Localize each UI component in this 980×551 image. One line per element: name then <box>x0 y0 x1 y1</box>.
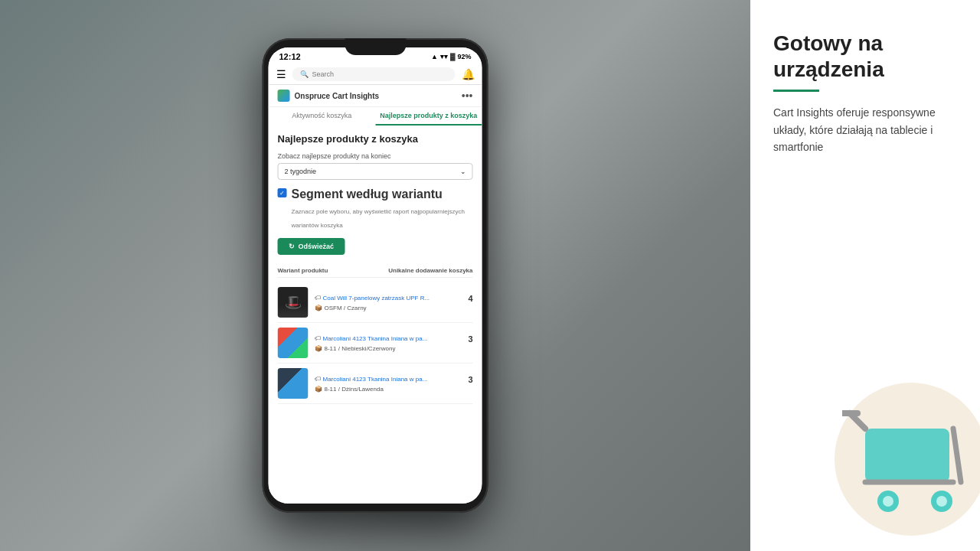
product-variant-2: 8-11 / Niebieski/Czerwony <box>325 345 396 352</box>
search-placeholder: Search <box>312 70 335 78</box>
product-variant-row-1: 📦 OSFM / Czarny <box>315 305 473 311</box>
phone-screen: 12:12 ▲ ▾▾ ▓ 92% ☰ 🔍 Search 🔔 <box>269 47 482 504</box>
product-link-2[interactable]: Marcoliani 4123 Tkanina Iniana w pa... <box>323 335 466 342</box>
product-name-row-2: 🏷 Marcoliani 4123 Tkanina Iniana w pa...… <box>315 334 473 344</box>
cart-illustration <box>819 367 980 536</box>
tab-activity[interactable]: Aktywność koszyka <box>269 107 376 126</box>
table-row: 🏷 Marcoliani 4123 Tkanina Iniana w pa...… <box>278 364 473 404</box>
checkbox-row: ✓ Segment według wariantu Zaznacz pole w… <box>278 187 473 230</box>
dots-menu[interactable]: ••• <box>462 90 473 102</box>
cart-svg <box>842 406 980 528</box>
signal-icon: ▲ <box>431 53 438 60</box>
search-bar[interactable]: 🔍 Search <box>292 67 456 81</box>
app-title-row: Onspruce Cart Insights <box>278 90 380 102</box>
app-header: Onspruce Cart Insights ••• <box>269 85 482 107</box>
blue-img <box>278 368 309 399</box>
product-count-1: 4 <box>468 294 472 303</box>
page-title: Najlepsze produkty z koszyka <box>278 133 473 145</box>
product-variant-3: 8-11 / Dżins/Lawenda <box>325 386 384 393</box>
right-title: Gotowy na urządzenia <box>773 31 957 82</box>
status-time: 12:12 <box>279 52 301 61</box>
tabs: Aktywność koszyka Najlepsze produkty z k… <box>269 107 482 126</box>
bell-icon[interactable]: 🔔 <box>462 68 475 80</box>
product-image-2 <box>278 328 309 358</box>
product-name-row-1: 🏷 Coal Will 7-panelowy zatrzask UPF R...… <box>315 294 473 303</box>
top-bar: ☰ 🔍 Search 🔔 <box>269 64 482 85</box>
tag-icon-3: 🏷 <box>315 376 321 383</box>
right-divider <box>773 90 819 92</box>
filter-value: 2 tygodnie <box>285 168 317 175</box>
box-icon-2: 📦 <box>315 345 322 352</box>
app-title: Onspruce Cart Insights <box>295 92 380 100</box>
app-icon <box>278 90 290 102</box>
col-product: Wariant produktu <box>278 267 328 274</box>
product-name-row-3: 🏷 Marcoliani 4123 Tkanina Iniana w pa...… <box>315 375 473 384</box>
filter-dropdown[interactable]: 2 tygodnie ⌄ <box>278 163 473 180</box>
battery-pct: 92% <box>457 53 471 60</box>
right-description: Cart Insights oferuje responsywne układy… <box>773 104 957 155</box>
phone-frame: 12:12 ▲ ▾▾ ▓ 92% ☰ 🔍 Search 🔔 <box>263 38 488 513</box>
search-icon: 🔍 <box>300 70 309 78</box>
table-row: 🎩 🏷 Coal Will 7-panelowy zatrzask UPF R.… <box>278 282 473 323</box>
product-image-1: 🎩 <box>278 287 309 318</box>
phone-notch <box>345 38 406 55</box>
product-variant-row-3: 📦 8-11 / Dżins/Lawenda <box>315 386 473 393</box>
table-header: Wariant produktu Unikalne dodawanie kosz… <box>278 264 473 278</box>
box-icon-1: 📦 <box>315 305 322 311</box>
chevron-down-icon: ⌄ <box>460 168 466 175</box>
svg-line-4 <box>953 429 961 482</box>
wifi-icon: ▾▾ <box>440 53 448 60</box>
battery-icon: ▓ <box>450 53 456 60</box>
stripe-img <box>278 328 309 358</box>
refresh-button[interactable]: ↻ Odświeżać <box>278 238 345 255</box>
box-icon-3: 📦 <box>315 386 322 393</box>
product-image-3 <box>278 368 309 399</box>
product-info-3: 🏷 Marcoliani 4123 Tkanina Iniana w pa...… <box>315 375 473 393</box>
tag-icon-1: 🏷 <box>315 295 321 302</box>
product-link-1[interactable]: Coal Will 7-panelowy zatrzask UPF R... <box>323 295 466 302</box>
status-icons: ▲ ▾▾ ▓ 92% <box>431 53 472 60</box>
refresh-icon: ↻ <box>289 243 295 250</box>
checkbox-label: Segment według wariantu <box>292 187 473 201</box>
product-info-1: 🏷 Coal Will 7-panelowy zatrzask UPF R...… <box>315 294 473 311</box>
product-count-2: 3 <box>468 334 472 344</box>
product-info-2: 🏷 Marcoliani 4123 Tkanina Iniana w pa...… <box>315 334 473 352</box>
col-unique: Unikalne dodawanie koszyka <box>388 267 472 274</box>
left-area: 12:12 ▲ ▾▾ ▓ 92% ☰ 🔍 Search 🔔 <box>0 0 750 551</box>
checkbox-text-block: Segment według wariantu Zaznacz pole wyb… <box>292 187 473 230</box>
product-variant-1: OSFM / Czarny <box>325 305 367 311</box>
refresh-label: Odświeżać <box>299 243 335 250</box>
product-variant-row-2: 📦 8-11 / Niebieski/Czerwony <box>315 345 473 352</box>
product-link-3[interactable]: Marcoliani 4123 Tkanina Iniana w pa... <box>323 376 466 383</box>
product-count-3: 3 <box>468 375 472 384</box>
segment-checkbox[interactable]: ✓ <box>278 188 287 197</box>
checkbox-description: Zaznacz pole wyboru, aby wyświetlić rapo… <box>292 208 465 229</box>
tag-icon-2: 🏷 <box>315 335 321 342</box>
svg-rect-0 <box>865 429 949 482</box>
table-row: 🏷 Marcoliani 4123 Tkanina Iniana w pa...… <box>278 323 473 364</box>
right-panel: Gotowy na urządzenia Cart Insights oferu… <box>750 0 980 551</box>
svg-point-8 <box>936 496 947 507</box>
content-area: Najlepsze produkty z koszyka Zobacz najl… <box>269 126 482 504</box>
hamburger-icon[interactable]: ☰ <box>276 68 286 80</box>
tab-top-products[interactable]: Najlepsze produkty z koszyka <box>375 107 482 126</box>
phone-wrapper: 12:12 ▲ ▾▾ ▓ 92% ☰ 🔍 Search 🔔 <box>263 38 488 513</box>
filter-label: Zobacz najlepsze produkty na koniec <box>278 152 473 160</box>
hat-img: 🎩 <box>278 287 309 318</box>
svg-point-6 <box>883 496 893 507</box>
